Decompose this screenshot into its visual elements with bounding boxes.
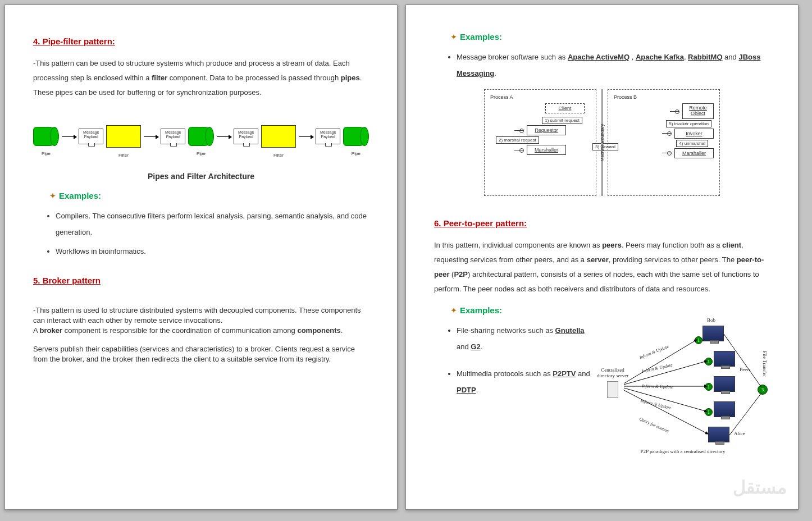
text: . [481, 342, 483, 351]
marshaller-node: Marshaller [527, 145, 566, 155]
diagram-label: Filter [261, 153, 296, 158]
diagram-label: Process B [614, 94, 714, 100]
pipe-icon [188, 127, 214, 146]
node-circle-icon: 1 [705, 383, 713, 391]
filter-icon [261, 125, 296, 148]
diagram-label: Filter [106, 153, 141, 158]
client-node: Client [545, 103, 585, 113]
diagram-caption: P2P paradigm with a centralised director… [596, 449, 770, 454]
diagram-label: Pipe [343, 151, 369, 156]
p2p-content-row: File-sharing networks such as Gnutella a… [434, 323, 770, 452]
diagram-label: File Transfer [762, 351, 768, 377]
node-circle-icon: 1 [695, 336, 702, 344]
arrow-right-icon [62, 136, 76, 137]
p2p-examples-list: File-sharing networks such as Gnutella a… [434, 323, 590, 398]
node-circle-icon: 1 [705, 408, 713, 416]
diagram-label: Pipe [188, 151, 214, 156]
text: Examples: [59, 191, 101, 200]
connector-icon [662, 133, 671, 134]
broker-examples-list: Message broker software such as Apache A… [434, 49, 770, 81]
connector-icon [514, 130, 523, 131]
text: and [457, 342, 471, 351]
link-text: PDTP [457, 386, 476, 394]
requestor-node: Requestor [527, 125, 566, 135]
diagram-caption: Pipes and Filter Architecture [33, 172, 369, 181]
process-b-box: Process B Remote Object 5) invoker opera… [608, 89, 720, 196]
text-bold: pipes [341, 74, 360, 82]
server-icon [607, 381, 618, 398]
invoker-node: Invoker [674, 129, 714, 139]
text: File-sharing networks such as [457, 326, 555, 335]
document-page-2: Examples: Message broker software such a… [405, 4, 799, 510]
directory-server: Centralized directory server [596, 368, 629, 398]
node-circle-icon: 1 [705, 358, 713, 365]
text-bold: server [587, 255, 609, 264]
link-text: RabbitMQ [688, 53, 722, 61]
filter-icon [106, 125, 141, 148]
list-item: Message broker software such as Apache A… [457, 49, 770, 81]
list-item: File-sharing networks such as Gnutella a… [457, 323, 590, 355]
text: component. Data to be processed is passe… [167, 74, 341, 82]
text-bold: filter [152, 74, 167, 82]
text: Examples: [460, 305, 502, 315]
text-bold: client [722, 241, 741, 249]
list-item: Workflows in bioinformatics. [56, 244, 369, 260]
step-label: 2) marshal request [496, 136, 539, 144]
connector-icon [662, 153, 671, 153]
edge-label: Inform & Update [640, 398, 672, 410]
text: Message broker software such as [457, 53, 568, 61]
examples-heading: Examples: [451, 32, 770, 42]
monitor-icon [714, 376, 735, 392]
text: . [476, 386, 478, 394]
link-text: Apache Kafka [636, 53, 684, 61]
message-payload-icon: Message Payload [79, 129, 103, 144]
text-bold: peers [602, 241, 622, 249]
list-item: Compilers. The consecutive filters perfo… [56, 208, 369, 240]
step-label: 5) invoker operation [666, 120, 711, 127]
diagram-label: Process A [490, 94, 590, 100]
heading-pipe-filter: 4. Pipe-filter pattern: [33, 36, 369, 46]
broker-description-2: Servers publish their capabilities (serv… [33, 344, 369, 364]
text: , providing services to other peers. The [609, 255, 737, 264]
monitor-icon [702, 326, 724, 341]
heading-broker: 5. Broker pattern [33, 276, 369, 285]
text: and [576, 369, 590, 378]
examples-heading: Examples: [451, 305, 770, 315]
message-payload-icon: Message Payload [316, 129, 340, 144]
text: Examples: [460, 32, 502, 42]
step-label: 4) unmarshal [676, 140, 708, 147]
text: component is responsible for the coordin… [62, 326, 297, 335]
document-page-1: 4. Pipe-filter pattern: -This pattern ca… [4, 4, 398, 510]
watermark: مستقل [733, 477, 787, 498]
diagram-label: Pipe [33, 151, 59, 156]
text: . [341, 326, 343, 335]
monitor-icon [708, 427, 729, 442]
text: Centralized directory server [596, 368, 629, 379]
pipe-icon [343, 127, 369, 146]
diagram-label: Alice [734, 431, 745, 436]
text: In this pattern, individual components a… [434, 241, 602, 249]
edge-label: Inform & Update [642, 383, 673, 390]
connector-icon [514, 150, 523, 150]
arrow-right-icon [217, 136, 231, 137]
text: ) architectural pattern, consists of a s… [434, 270, 759, 293]
arrow-right-icon [299, 136, 313, 137]
diagram-label: Peers [740, 367, 751, 372]
process-a-box: Process A Client 1) submit request Reque… [484, 89, 596, 196]
pipe-icon [33, 127, 59, 146]
monitor-icon [714, 401, 735, 417]
machine-boundary [601, 89, 603, 196]
link-text: Gnutella [555, 326, 585, 335]
diagram-label: Bob [707, 317, 715, 323]
step-label: 1) submit request [542, 117, 582, 124]
link-text: P2PTV [553, 369, 576, 378]
marshaller-node: Marshaller [674, 148, 714, 158]
edge-label: Inform & Update [641, 363, 673, 374]
remote-object-node: Remote Object [682, 103, 714, 119]
p2p-diagram: Centralized directory server Bob Peers A… [596, 323, 770, 452]
examples-heading: Examples: [50, 191, 369, 200]
text-bold: P2P [454, 270, 468, 278]
heading-p2p: 6. Peer-to-peer pattern: [434, 218, 770, 228]
broker-diagram: Process A Client 1) submit request Reque… [434, 89, 770, 196]
p2p-description: In this pattern, individual components a… [434, 238, 770, 296]
